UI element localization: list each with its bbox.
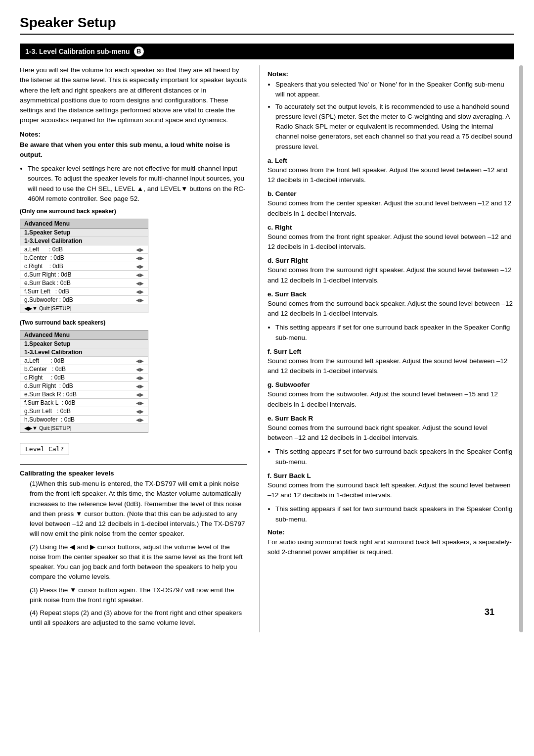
section-e-title: e. Surr Back [267, 290, 514, 298]
section-f-title: f. Surr Left [267, 348, 514, 355]
bold-note: Be aware that when you enter this sub me… [20, 140, 247, 160]
section-title: 1-3. Level Calibration sub-menu [25, 47, 130, 55]
menu-one-surround: Advanced Menu 1.Speaker Setup 1-3.Level … [20, 219, 148, 313]
menu1-row-a: a.Left : 0dB◀▶ [20, 245, 148, 254]
section-g-title: g. Subwoofer [267, 381, 514, 388]
left-column: Here you will set the volume for each sp… [20, 65, 247, 632]
section-f-text: Sound comes from the surround left speak… [267, 356, 514, 377]
right-note-footer: Note: For audio using surround back righ… [267, 528, 514, 558]
section-badge: B [134, 47, 144, 56]
section-a-title: a. Left [267, 157, 514, 164]
left-notes: Notes: Be aware that when you enter this… [20, 131, 247, 204]
menu1-row-d: d.Surr Right : 0dB◀▶ [20, 271, 148, 279]
menu2-footer: ◀▶▼ Quit:|SETUP| [20, 424, 148, 432]
section-e-bullets: This setting appears if set for one surr… [275, 323, 514, 343]
section-h-bullets: This setting appears if set for two surr… [275, 447, 514, 467]
right-note-text: For audio using surround back right and … [267, 537, 514, 558]
menu1-footer: ◀▶▼ Quit:|SETUP| [20, 304, 148, 313]
menu2-label: (Two surround back speakers) [20, 319, 247, 326]
section-d: d. Surr Right Sound comes from the surro… [267, 257, 514, 285]
section-f: f. Surr Left Sound comes from the surrou… [267, 348, 514, 377]
menu2-level-cal: 1-3.Level Calibration [20, 348, 148, 357]
section-d-text: Sound comes from the surround right spea… [267, 265, 514, 285]
calibration-steps-list: (1)When this sub-menu is entered, the TX… [30, 479, 247, 628]
step-2: (2) Using the ◀ and ▶ cursor buttons, ad… [30, 542, 247, 582]
step-4: (4) Repeat steps (2) and (3) above for t… [30, 608, 247, 628]
menu1-level-cal: 1-3.Level Calibration [20, 237, 148, 245]
notes-bullet-1: The speaker level settings here are not … [28, 164, 247, 204]
scrollbar-indicator [519, 65, 523, 632]
menu-two-surround: Advanced Menu 1.Speaker Setup 1-3.Level … [20, 330, 148, 433]
section-a: a. Left Sound comes from the front left … [267, 157, 514, 186]
section-i-bullets: This setting appears if set for two surr… [275, 504, 514, 524]
menu1-row-f: f.Surr Left : 0dB◀▶ [20, 287, 148, 296]
menu2-row-d: d.Surr Right : 0dB◀▶ [20, 382, 148, 390]
menu2-row-g: g.Surr Left : 0dB◀▶ [20, 407, 148, 416]
section-a-text: Sound comes from the front left speaker.… [267, 165, 514, 186]
menu1-speaker-setup: 1.Speaker Setup [20, 229, 148, 237]
step-1: (1)When this sub-menu is entered, the TX… [30, 479, 247, 539]
section-c: c. Right Sound comes from the front righ… [267, 224, 514, 252]
calibrating-header: Calibrating the speaker levels [20, 470, 247, 477]
menu1-title: Advanced Menu [20, 219, 148, 229]
section-i: f. Surr Back L Sound comes from the surr… [267, 472, 514, 524]
section-i-bullet: This setting appears if set for two surr… [275, 504, 514, 524]
section-header: 1-3. Level Calibration sub-menu B [20, 44, 514, 59]
menu2-row-a: a.Left : 0dB◀▶ [20, 357, 148, 365]
section-h-title: e. Surr Back R [267, 415, 514, 422]
section-c-title: c. Right [267, 224, 514, 231]
right-notes-header: Notes: [267, 70, 514, 78]
section-b-text: Sound comes from the center speaker. Adj… [267, 198, 514, 219]
notes-bullets: The speaker level settings here are not … [28, 164, 247, 204]
menu2-row-b: b.Center : 0dB◀▶ [20, 365, 148, 374]
right-bullet-1: Speakers that you selected 'No' or 'None… [275, 80, 514, 100]
menu2-title: Advanced Menu [20, 331, 148, 340]
menu1-row-e: e.Surr Back : 0dB◀▶ [20, 279, 148, 287]
section-d-title: d. Surr Right [267, 257, 514, 264]
menu1-row-g: g.Subwoofer : 0dB◀▶ [20, 296, 148, 304]
right-note-header: Note: [267, 528, 514, 536]
menu1-row-c: c.Right : 0dB◀▶ [20, 262, 148, 271]
intro-paragraph: Here you will set the volume for each sp… [20, 65, 247, 126]
section-i-title: f. Surr Back L [267, 472, 514, 479]
menu2-row-h: h.Subwoofer : 0dB◀▶ [20, 416, 148, 424]
menu1-row-b: b.Center : 0dB◀▶ [20, 254, 148, 262]
right-notes-bullets: Speakers that you selected 'No' or 'None… [275, 80, 514, 152]
section-h: e. Surr Back R Sound comes from the surr… [267, 415, 514, 467]
menu2-speaker-setup: 1.Speaker Setup [20, 340, 148, 348]
section-g-text: Sound comes from the subwoofer. Adjust t… [267, 389, 514, 410]
section-e: e. Surr Back Sound comes from the surrou… [267, 290, 514, 343]
section-i-text: Sound comes from the surround back left … [267, 480, 514, 501]
right-bullet-2: To accurately set the output levels, it … [275, 102, 514, 152]
section-g: g. Subwoofer Sound comes from the subwoo… [267, 381, 514, 410]
level-cal-display: Level Cal? [20, 443, 69, 455]
menu2-row-c: c.Right : 0dB◀▶ [20, 374, 148, 382]
menu1-label: (Only one surround back speaker) [20, 208, 247, 215]
page-number: 31 [485, 607, 494, 617]
section-b-title: b. Center [267, 190, 514, 197]
page-title: Speaker Setup [20, 15, 514, 35]
section-h-text: Sound comes from the surround back right… [267, 423, 514, 443]
section-c-text: Sound comes from the front right speaker… [267, 232, 514, 252]
section-e-bullet: This setting appears if set for one surr… [275, 323, 514, 343]
section-b: b. Center Sound comes from the center sp… [267, 190, 514, 219]
menu2-row-e: e.Surr Back R : 0dB◀▶ [20, 390, 148, 399]
right-column: Notes: Speakers that you selected 'No' o… [259, 65, 514, 632]
section-e-text: Sound comes from the surround back speak… [267, 299, 514, 319]
step-3: (3) Press the ▼ cursor button again. The… [30, 585, 247, 606]
menu2-row-f: f.Surr Back L : 0dB◀▶ [20, 399, 148, 407]
notes-header: Notes: [20, 131, 247, 138]
section-h-bullet: This setting appears if set for two surr… [275, 447, 514, 467]
